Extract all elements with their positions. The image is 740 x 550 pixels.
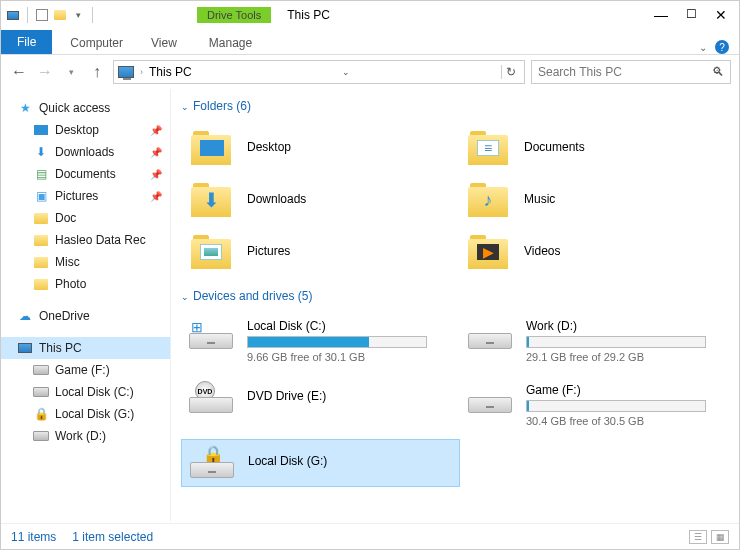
sidebar-item-misc[interactable]: Misc <box>1 251 170 273</box>
close-button[interactable]: ✕ <box>715 7 727 23</box>
sidebar-item-documents[interactable]: ▤Documents📌 <box>1 163 170 185</box>
sidebar-drive-work[interactable]: Work (D:) <box>1 425 170 447</box>
section-drives-header[interactable]: ⌄Devices and drives (5) <box>175 285 739 307</box>
desktop-icon <box>33 122 49 138</box>
folder-icon <box>33 276 49 292</box>
up-button[interactable]: ↑ <box>87 62 107 82</box>
sidebar-item-photo[interactable]: Photo <box>1 273 170 295</box>
status-selected-count: 1 item selected <box>72 530 153 544</box>
section-folders-header[interactable]: ⌄Folders (6) <box>175 95 739 117</box>
qat-properties-icon[interactable] <box>34 7 50 23</box>
drive-work-d[interactable]: Work (D:)29.1 GB free of 29.2 GB <box>460 311 739 371</box>
star-icon: ★ <box>17 100 33 116</box>
drive-local-c[interactable]: ⊞ Local Disk (C:)9.66 GB free of 30.1 GB <box>181 311 460 371</box>
folder-music[interactable]: ♪Music <box>462 175 739 223</box>
sidebar-onedrive[interactable]: ☁OneDrive <box>1 305 170 327</box>
drive-icon <box>468 319 512 349</box>
documents-icon: ▤ <box>33 166 49 182</box>
status-bar: 11 items 1 item selected ☰ ▦ <box>1 523 739 549</box>
title-bar: ▾ Drive Tools This PC — ☐ ✕ <box>1 1 739 29</box>
sidebar-drive-game[interactable]: Game (F:) <box>1 359 170 381</box>
minimize-button[interactable]: — <box>654 7 668 23</box>
capacity-bar <box>247 336 427 348</box>
address-path: This PC <box>149 65 192 79</box>
navigation-bar: ← → ▾ ↑ › This PC ⌄ ↻ Search This PC 🔍︎ <box>1 55 739 89</box>
sidebar-quick-access[interactable]: ★Quick access <box>1 97 170 119</box>
folder-icon <box>33 232 49 248</box>
back-button[interactable]: ← <box>9 62 29 82</box>
capacity-bar <box>526 336 706 348</box>
help-icon[interactable]: ? <box>715 40 729 54</box>
drive-icon: ⊞ <box>189 319 233 349</box>
folder-documents[interactable]: ≡Documents <box>462 123 739 171</box>
pin-icon: 📌 <box>150 169 162 180</box>
cloud-icon: ☁ <box>17 308 33 324</box>
forward-button[interactable]: → <box>35 62 55 82</box>
folder-pictures[interactable]: Pictures <box>185 227 462 275</box>
search-input[interactable]: Search This PC 🔍︎ <box>531 60 731 84</box>
ribbon-expand-icon[interactable]: ⌄ <box>699 42 707 53</box>
view-large-button[interactable]: ▦ <box>711 530 729 544</box>
app-icon <box>5 7 21 23</box>
drive-game-f[interactable]: Game (F:)30.4 GB free of 30.5 GB <box>460 375 739 435</box>
sidebar-item-hasleo[interactable]: Hasleo Data Rec <box>1 229 170 251</box>
pictures-icon: ▣ <box>33 188 49 204</box>
folder-downloads[interactable]: ⬇Downloads <box>185 175 462 223</box>
locked-drive-icon: 🔒 <box>190 448 234 478</box>
chevron-down-icon: ⌄ <box>181 292 189 302</box>
locked-drive-icon: 🔒 <box>33 406 49 422</box>
qat-dropdown-icon[interactable]: ▾ <box>70 7 86 23</box>
sidebar-drive-g[interactable]: 🔒Local Disk (G:) <box>1 403 170 425</box>
address-bar[interactable]: › This PC ⌄ ↻ <box>113 60 525 84</box>
sidebar-item-desktop[interactable]: Desktop📌 <box>1 119 170 141</box>
chevron-down-icon: ⌄ <box>181 102 189 112</box>
tab-computer[interactable]: Computer <box>56 32 137 54</box>
refresh-button[interactable]: ↻ <box>501 65 520 79</box>
folder-icon <box>33 210 49 226</box>
sidebar-item-doc[interactable]: Doc <box>1 207 170 229</box>
folder-desktop[interactable]: Desktop <box>185 123 462 171</box>
pin-icon: 📌 <box>150 191 162 202</box>
tab-view[interactable]: View <box>137 32 191 54</box>
sidebar-drive-c[interactable]: Local Disk (C:) <box>1 381 170 403</box>
content-pane: ⌄Folders (6) Desktop ≡Documents ⬇Downloa… <box>171 89 739 521</box>
dvd-drive-icon: DVD <box>189 383 233 413</box>
drive-icon <box>33 362 49 378</box>
maximize-button[interactable]: ☐ <box>686 7 697 23</box>
window-title: This PC <box>287 8 330 22</box>
search-placeholder: Search This PC <box>538 65 622 79</box>
drive-icon <box>33 428 49 444</box>
pin-icon: 📌 <box>150 125 162 136</box>
folder-videos[interactable]: ▶Videos <box>462 227 739 275</box>
drive-icon <box>33 384 49 400</box>
capacity-bar <box>526 400 706 412</box>
folder-icon <box>33 254 49 270</box>
address-dropdown-icon[interactable]: ⌄ <box>338 67 354 77</box>
ribbon-context-tab: Drive Tools <box>197 7 271 23</box>
pin-icon: 📌 <box>150 147 162 158</box>
drive-local-g[interactable]: 🔒 Local Disk (G:) <box>181 439 460 487</box>
qat-new-folder-icon[interactable] <box>52 7 68 23</box>
sidebar-this-pc[interactable]: This PC <box>1 337 170 359</box>
pc-icon <box>118 66 134 78</box>
status-item-count: 11 items <box>11 530 56 544</box>
downloads-icon: ⬇ <box>33 144 49 160</box>
drive-icon <box>468 383 512 413</box>
ribbon-tabs: File Computer View Manage ⌄ ? <box>1 29 739 55</box>
tab-manage[interactable]: Manage <box>195 32 266 54</box>
tab-file[interactable]: File <box>1 30 52 54</box>
pc-icon <box>17 340 33 356</box>
drive-dvd-e[interactable]: DVD DVD Drive (E:) <box>181 375 460 435</box>
search-icon: 🔍︎ <box>712 65 724 79</box>
recent-dropdown[interactable]: ▾ <box>61 62 81 82</box>
view-details-button[interactable]: ☰ <box>689 530 707 544</box>
sidebar-item-downloads[interactable]: ⬇Downloads📌 <box>1 141 170 163</box>
sidebar-item-pictures[interactable]: ▣Pictures📌 <box>1 185 170 207</box>
quick-access-toolbar: ▾ <box>5 7 97 23</box>
navigation-pane: ★Quick access Desktop📌 ⬇Downloads📌 ▤Docu… <box>1 89 171 521</box>
